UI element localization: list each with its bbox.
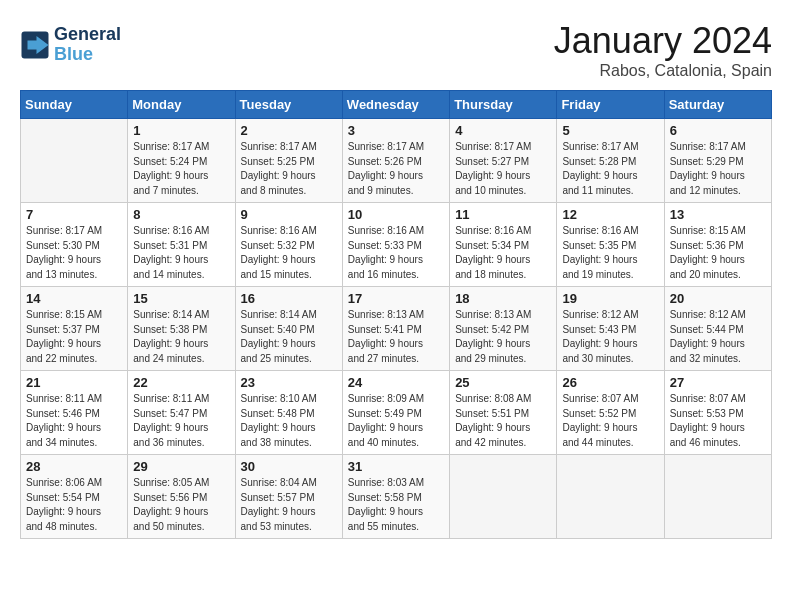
weekday-header-row: SundayMondayTuesdayWednesdayThursdayFrid… [21,91,772,119]
calendar-cell: 31Sunrise: 8:03 AM Sunset: 5:58 PM Dayli… [342,455,449,539]
day-number: 16 [241,291,337,306]
day-info: Sunrise: 8:15 AM Sunset: 5:36 PM Dayligh… [670,224,766,282]
day-info: Sunrise: 8:14 AM Sunset: 5:40 PM Dayligh… [241,308,337,366]
calendar-cell: 10Sunrise: 8:16 AM Sunset: 5:33 PM Dayli… [342,203,449,287]
day-number: 5 [562,123,658,138]
calendar-cell [450,455,557,539]
calendar-cell: 11Sunrise: 8:16 AM Sunset: 5:34 PM Dayli… [450,203,557,287]
calendar-body: 1Sunrise: 8:17 AM Sunset: 5:24 PM Daylig… [21,119,772,539]
weekday-header-cell: Sunday [21,91,128,119]
calendar-cell: 1Sunrise: 8:17 AM Sunset: 5:24 PM Daylig… [128,119,235,203]
logo-line2: Blue [54,45,121,65]
calendar-cell: 7Sunrise: 8:17 AM Sunset: 5:30 PM Daylig… [21,203,128,287]
day-number: 21 [26,375,122,390]
day-number: 29 [133,459,229,474]
day-info: Sunrise: 8:05 AM Sunset: 5:56 PM Dayligh… [133,476,229,534]
day-info: Sunrise: 8:16 AM Sunset: 5:32 PM Dayligh… [241,224,337,282]
day-number: 9 [241,207,337,222]
calendar-cell: 24Sunrise: 8:09 AM Sunset: 5:49 PM Dayli… [342,371,449,455]
weekday-header-cell: Saturday [664,91,771,119]
day-number: 19 [562,291,658,306]
calendar-cell: 14Sunrise: 8:15 AM Sunset: 5:37 PM Dayli… [21,287,128,371]
title-block: January 2024 Rabos, Catalonia, Spain [554,20,772,80]
calendar-cell: 16Sunrise: 8:14 AM Sunset: 5:40 PM Dayli… [235,287,342,371]
day-info: Sunrise: 8:10 AM Sunset: 5:48 PM Dayligh… [241,392,337,450]
day-info: Sunrise: 8:09 AM Sunset: 5:49 PM Dayligh… [348,392,444,450]
day-number: 15 [133,291,229,306]
day-number: 24 [348,375,444,390]
day-info: Sunrise: 8:12 AM Sunset: 5:44 PM Dayligh… [670,308,766,366]
calendar-cell: 3Sunrise: 8:17 AM Sunset: 5:26 PM Daylig… [342,119,449,203]
day-number: 20 [670,291,766,306]
day-info: Sunrise: 8:12 AM Sunset: 5:43 PM Dayligh… [562,308,658,366]
day-info: Sunrise: 8:11 AM Sunset: 5:46 PM Dayligh… [26,392,122,450]
day-number: 31 [348,459,444,474]
day-info: Sunrise: 8:16 AM Sunset: 5:33 PM Dayligh… [348,224,444,282]
day-number: 14 [26,291,122,306]
calendar-cell: 5Sunrise: 8:17 AM Sunset: 5:28 PM Daylig… [557,119,664,203]
day-number: 27 [670,375,766,390]
day-info: Sunrise: 8:07 AM Sunset: 5:52 PM Dayligh… [562,392,658,450]
calendar-title: January 2024 [554,20,772,62]
calendar-week-row: 7Sunrise: 8:17 AM Sunset: 5:30 PM Daylig… [21,203,772,287]
logo: General Blue [20,25,121,65]
calendar-cell: 22Sunrise: 8:11 AM Sunset: 5:47 PM Dayli… [128,371,235,455]
day-number: 30 [241,459,337,474]
day-info: Sunrise: 8:14 AM Sunset: 5:38 PM Dayligh… [133,308,229,366]
weekday-header-cell: Friday [557,91,664,119]
calendar-week-row: 14Sunrise: 8:15 AM Sunset: 5:37 PM Dayli… [21,287,772,371]
day-info: Sunrise: 8:16 AM Sunset: 5:35 PM Dayligh… [562,224,658,282]
calendar-cell: 21Sunrise: 8:11 AM Sunset: 5:46 PM Dayli… [21,371,128,455]
day-number: 25 [455,375,551,390]
weekday-header-cell: Wednesday [342,91,449,119]
calendar-cell: 26Sunrise: 8:07 AM Sunset: 5:52 PM Dayli… [557,371,664,455]
logo-line1: General [54,25,121,45]
calendar-week-row: 28Sunrise: 8:06 AM Sunset: 5:54 PM Dayli… [21,455,772,539]
calendar-cell [21,119,128,203]
day-info: Sunrise: 8:16 AM Sunset: 5:34 PM Dayligh… [455,224,551,282]
day-number: 26 [562,375,658,390]
calendar-table: SundayMondayTuesdayWednesdayThursdayFrid… [20,90,772,539]
day-number: 1 [133,123,229,138]
calendar-cell: 8Sunrise: 8:16 AM Sunset: 5:31 PM Daylig… [128,203,235,287]
day-info: Sunrise: 8:17 AM Sunset: 5:26 PM Dayligh… [348,140,444,198]
calendar-cell: 6Sunrise: 8:17 AM Sunset: 5:29 PM Daylig… [664,119,771,203]
calendar-subtitle: Rabos, Catalonia, Spain [554,62,772,80]
calendar-cell: 23Sunrise: 8:10 AM Sunset: 5:48 PM Dayli… [235,371,342,455]
day-info: Sunrise: 8:17 AM Sunset: 5:29 PM Dayligh… [670,140,766,198]
day-info: Sunrise: 8:07 AM Sunset: 5:53 PM Dayligh… [670,392,766,450]
calendar-cell: 17Sunrise: 8:13 AM Sunset: 5:41 PM Dayli… [342,287,449,371]
day-number: 2 [241,123,337,138]
calendar-cell: 4Sunrise: 8:17 AM Sunset: 5:27 PM Daylig… [450,119,557,203]
weekday-header-cell: Tuesday [235,91,342,119]
day-info: Sunrise: 8:08 AM Sunset: 5:51 PM Dayligh… [455,392,551,450]
day-info: Sunrise: 8:13 AM Sunset: 5:41 PM Dayligh… [348,308,444,366]
calendar-week-row: 21Sunrise: 8:11 AM Sunset: 5:46 PM Dayli… [21,371,772,455]
day-info: Sunrise: 8:13 AM Sunset: 5:42 PM Dayligh… [455,308,551,366]
logo-icon [20,30,50,60]
day-number: 8 [133,207,229,222]
day-number: 13 [670,207,766,222]
day-number: 12 [562,207,658,222]
calendar-week-row: 1Sunrise: 8:17 AM Sunset: 5:24 PM Daylig… [21,119,772,203]
calendar-cell: 15Sunrise: 8:14 AM Sunset: 5:38 PM Dayli… [128,287,235,371]
calendar-cell: 20Sunrise: 8:12 AM Sunset: 5:44 PM Dayli… [664,287,771,371]
page-header: General Blue January 2024 Rabos, Catalon… [20,20,772,80]
calendar-cell: 12Sunrise: 8:16 AM Sunset: 5:35 PM Dayli… [557,203,664,287]
weekday-header-cell: Monday [128,91,235,119]
calendar-cell [557,455,664,539]
weekday-header-cell: Thursday [450,91,557,119]
day-info: Sunrise: 8:16 AM Sunset: 5:31 PM Dayligh… [133,224,229,282]
day-number: 11 [455,207,551,222]
calendar-cell: 28Sunrise: 8:06 AM Sunset: 5:54 PM Dayli… [21,455,128,539]
calendar-cell: 9Sunrise: 8:16 AM Sunset: 5:32 PM Daylig… [235,203,342,287]
day-info: Sunrise: 8:06 AM Sunset: 5:54 PM Dayligh… [26,476,122,534]
day-info: Sunrise: 8:11 AM Sunset: 5:47 PM Dayligh… [133,392,229,450]
day-info: Sunrise: 8:17 AM Sunset: 5:30 PM Dayligh… [26,224,122,282]
day-info: Sunrise: 8:17 AM Sunset: 5:27 PM Dayligh… [455,140,551,198]
calendar-cell [664,455,771,539]
day-number: 28 [26,459,122,474]
day-number: 3 [348,123,444,138]
day-info: Sunrise: 8:15 AM Sunset: 5:37 PM Dayligh… [26,308,122,366]
calendar-cell: 13Sunrise: 8:15 AM Sunset: 5:36 PM Dayli… [664,203,771,287]
